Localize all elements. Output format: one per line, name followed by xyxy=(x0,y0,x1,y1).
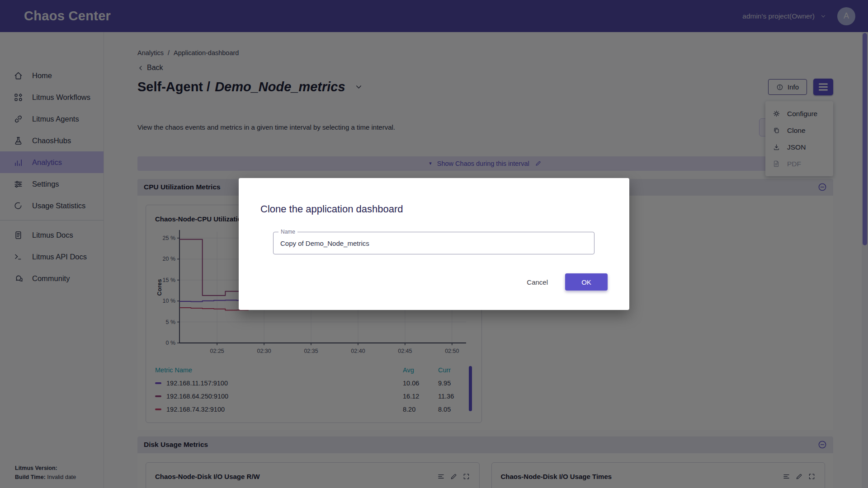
app-root: Chaos Center admin's project(Owner) A Ho… xyxy=(0,0,868,488)
clone-dashboard-modal: Clone the application dashboard Name Can… xyxy=(239,178,629,310)
modal-actions: Cancel OK xyxy=(239,273,608,291)
name-field-label: Name xyxy=(278,229,297,235)
ok-button[interactable]: OK xyxy=(565,273,608,291)
cancel-button[interactable]: Cancel xyxy=(523,276,552,289)
name-input[interactable] xyxy=(274,232,594,254)
name-field-wrapper: Name xyxy=(273,232,594,254)
modal-title: Clone the application dashboard xyxy=(260,203,629,215)
